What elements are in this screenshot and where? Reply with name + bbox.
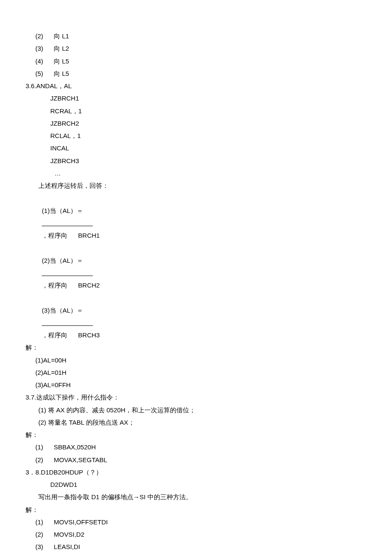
text-line: (2) 向 L1: [26, 30, 366, 42]
text-line: INCAL: [26, 142, 366, 154]
text-line: …: [26, 167, 366, 179]
text-line: (1) 将 AX 的内容、减去 0520H，和上一次运算的借位；: [26, 404, 366, 416]
text-line: (4) 向 L5: [26, 55, 366, 67]
text-line: (2) MOVAX,SEGTABL: [26, 454, 366, 466]
text-line: (3) LEASI,DI: [26, 541, 366, 553]
text-line: 3.6.ANDAL，AL: [26, 80, 366, 92]
question-prefix: (2)当（AL）＝: [42, 257, 83, 264]
blank-underline: [42, 319, 93, 326]
text-line: 3.9.程序段 1 程序段 2: [26, 553, 366, 555]
question-prefix: (3)当（AL）＝: [42, 307, 83, 314]
blank-underline: [42, 269, 93, 276]
text-line: JZBRCH3: [26, 155, 366, 167]
text-line: 3.7.达成以下操作，用什么指令：: [26, 391, 366, 403]
question-suffix: ，程序向 BRCH3: [42, 331, 100, 339]
text-line: 上述程序运转后，回答：: [26, 179, 366, 192]
text-line: 解：: [26, 503, 366, 516]
text-line: RCLAL，1: [26, 129, 366, 142]
question-suffix: ，程序向 BRCH1: [42, 232, 100, 239]
blank-underline: [42, 219, 93, 226]
text-line: 解：: [26, 341, 366, 354]
question-suffix: ，程序向 BRCH2: [42, 282, 100, 289]
text-line: (2)当（AL）＝ ，程序向 BRCH2: [26, 242, 366, 291]
text-line: (3)当（AL）＝ ，程序向 BRCH3: [26, 291, 366, 341]
text-line: (5) 向 L5: [26, 67, 366, 80]
text-line: (1)AL=00H: [26, 354, 366, 366]
text-line: (3) 向 L2: [26, 42, 366, 55]
text-line: (3)AL=0FFH: [26, 379, 366, 391]
text-line: (1) SBBAX,0520H: [26, 441, 366, 453]
text-line: (1)当（AL）＝ ，程序向 BRCH1: [26, 192, 366, 242]
text-line: JZBRCH1: [26, 92, 366, 104]
question-prefix: (1)当（AL）＝: [42, 207, 83, 214]
text-line: 解：: [26, 428, 366, 441]
text-line: (1) MOVSI,OFFSETDI: [26, 516, 366, 528]
text-line: (2) MOVSI,D2: [26, 528, 366, 541]
text-line: 3．8.D1DB20HDUP（？）: [26, 466, 366, 478]
text-line: RCRAL，1: [26, 105, 366, 117]
text-line: JZBRCH2: [26, 117, 366, 129]
text-line: D2DWD1: [26, 478, 366, 491]
text-line: 写出用一条指令取 D1 的偏移地点→SI 中的三种方法。: [26, 491, 366, 503]
text-line: (2) 将量名 TABL 的段地点送 AX；: [26, 416, 366, 428]
text-line: (2)AL=01H: [26, 366, 366, 379]
